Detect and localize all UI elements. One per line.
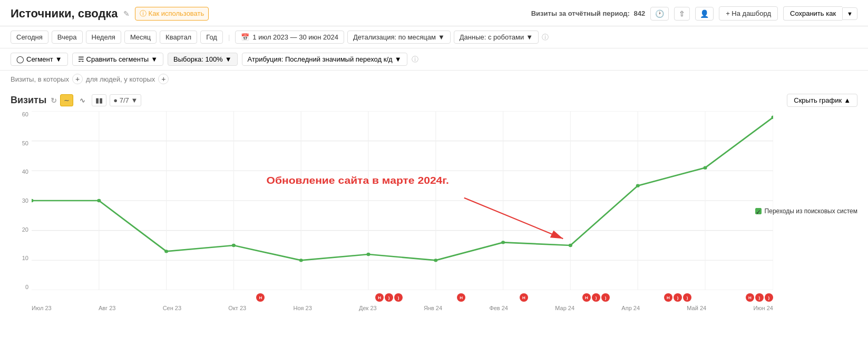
segment-icon: ◯ xyxy=(16,55,24,63)
marker-apr24: Н ) ) xyxy=(582,293,610,302)
period-yesterday[interactable]: Вчера xyxy=(52,31,83,44)
chevron-down-icon: ▼ xyxy=(438,33,445,41)
legend-label-search: Переходы из поисковых систем xyxy=(765,207,857,215)
marker-may24: Н ) ) xyxy=(664,293,691,302)
svg-point-22 xyxy=(299,259,303,262)
period-year[interactable]: Год xyxy=(200,31,223,44)
series-selector-button[interactable]: ● 7/7 ▼ xyxy=(110,94,141,106)
chart-svg-container: Обновление сайта в марте 2024г. xyxy=(32,111,773,290)
how-to-use-link[interactable]: ⓘ Как использовать xyxy=(135,7,209,21)
settings-icon-btn[interactable]: 👤 xyxy=(695,7,714,21)
add-people-condition-button[interactable]: + xyxy=(158,74,169,84)
chevron-down-icon3: ▼ xyxy=(55,55,62,63)
header-right: Визиты за отчётный период: 842 🕐 ⇧ 👤 + Н… xyxy=(531,6,857,21)
legend-checkbox-search[interactable]: ✓ xyxy=(755,208,762,214)
calendar-icon: 📅 xyxy=(241,33,249,41)
svg-point-19 xyxy=(97,199,101,202)
export-icon-btn[interactable]: ⇧ xyxy=(674,7,690,21)
visits-count-label: Визиты за отчётный период: 842 xyxy=(531,9,645,17)
period-quarter[interactable]: Квартал xyxy=(160,31,197,44)
period-toolbar: Сегодня Вчера Неделя Месяц Квартал Год |… xyxy=(0,26,868,48)
filter-bar: ◯ Сегмент ▼ ☴ Сравнить сегменты ▼ Выборк… xyxy=(0,48,868,71)
chart-controls-left: Визиты ↻ ∼ ∿ ▮▮ ● 7/7 ▼ xyxy=(11,94,141,106)
svg-line-32 xyxy=(464,198,563,239)
svg-point-21 xyxy=(232,244,236,247)
save-dropdown-button[interactable]: ▼ xyxy=(842,7,857,20)
svg-point-26 xyxy=(569,244,572,247)
save-as-button[interactable]: Сохранить как xyxy=(783,6,842,21)
marker-jun24: Н ) ) xyxy=(746,293,773,302)
segment-button[interactable]: ◯ Сегмент ▼ xyxy=(11,53,68,66)
dot-icon: ● xyxy=(113,96,118,104)
chart-section: Визиты ↻ ∼ ∿ ▮▮ ● 7/7 ▼ Скрыть график ▲ … xyxy=(0,87,868,311)
hide-chart-button[interactable]: Скрыть график ▲ xyxy=(787,94,857,107)
clock-icon-btn[interactable]: 🕐 xyxy=(650,7,669,21)
y-axis-labels: 60 50 40 30 20 10 0 xyxy=(11,111,32,290)
chevron-down-icon4: ▼ xyxy=(151,55,158,63)
svg-text:Обновление сайта в марте 2024г: Обновление сайта в марте 2024г. xyxy=(267,175,449,186)
add-visit-condition-button[interactable]: + xyxy=(72,74,83,84)
toolbar-separator: | xyxy=(228,33,230,41)
condition-bar: Визиты, в которых + для людей, у которых… xyxy=(0,71,868,87)
for-people-label: для людей, у которых xyxy=(86,75,155,83)
period-week[interactable]: Неделя xyxy=(86,31,121,44)
svg-point-18 xyxy=(32,199,34,202)
chevron-down-icon7: ▼ xyxy=(131,96,138,104)
header-left: Источники, сводка ✎ ⓘ Как использовать xyxy=(11,7,209,21)
period-today[interactable]: Сегодня xyxy=(11,31,48,44)
detail-dropdown[interactable]: Детализация: по месяцам ▼ xyxy=(347,31,451,44)
svg-point-24 xyxy=(434,259,437,262)
line-chart-svg: Обновление сайта в марте 2024г. xyxy=(32,111,773,290)
chart-legend: ✓ Переходы из поисковых систем xyxy=(755,207,857,215)
date-range-button[interactable]: 📅 1 июл 2023 — 30 июн 2024 xyxy=(235,31,344,44)
page-title: Источники, сводка xyxy=(11,7,118,21)
edit-icon[interactable]: ✎ xyxy=(123,9,130,18)
x-axis-labels: Июл 23 Авг 23 Сен 23 Окт 23 Ноя 23 Дек 2… xyxy=(32,305,773,311)
chevron-up-icon: ▲ xyxy=(844,96,851,104)
marker-jan24: Н ) ) xyxy=(375,293,403,302)
visits-in-label: Визиты, в которых xyxy=(11,75,69,83)
attribution-button[interactable]: Атрибуция: Последний значимый переход к/… xyxy=(242,53,407,66)
marker-mar24: Н xyxy=(520,293,528,302)
svg-point-20 xyxy=(164,250,168,253)
svg-point-25 xyxy=(501,241,505,244)
data-info-icon[interactable]: ⓘ xyxy=(542,33,549,42)
svg-point-27 xyxy=(636,184,640,187)
chevron-down-icon5: ▼ xyxy=(225,55,232,63)
marker-feb24: Н xyxy=(457,293,465,302)
page-header: Источники, сводка ✎ ⓘ Как использовать В… xyxy=(0,0,868,26)
month-markers: · · · · Н · Н ) ) Н Н xyxy=(32,293,773,302)
chevron-down-icon6: ▼ xyxy=(395,55,402,63)
smooth-chart-button[interactable]: ∿ xyxy=(76,95,89,106)
bar-chart-button[interactable]: ▮▮ xyxy=(92,94,106,106)
chart-header: Визиты ↻ ∼ ∿ ▮▮ ● 7/7 ▼ Скрыть график ▲ xyxy=(11,94,857,107)
compare-icon: ☴ xyxy=(78,55,84,63)
chevron-down-icon2: ▼ xyxy=(526,33,533,41)
refresh-icon[interactable]: ↻ xyxy=(51,96,57,105)
chart-area: 60 50 40 30 20 10 0 xyxy=(11,111,857,311)
line-chart-button[interactable]: ∼ xyxy=(60,94,73,106)
marker-nov23: Н xyxy=(256,293,265,302)
svg-point-23 xyxy=(366,253,370,256)
data-type-dropdown[interactable]: Данные: с роботами ▼ xyxy=(454,31,539,44)
save-button-group: Сохранить как ▼ xyxy=(783,6,857,21)
info-circle-icon: ⓘ xyxy=(140,9,147,18)
attribution-info-icon[interactable]: ⓘ xyxy=(412,55,418,64)
chart-title: Визиты ↻ xyxy=(11,95,57,106)
add-to-dashboard-button[interactable]: + На дашборд xyxy=(719,6,778,21)
compare-segments-button[interactable]: ☴ Сравнить сегменты ▼ xyxy=(72,53,164,66)
period-month[interactable]: Месяц xyxy=(124,31,157,44)
sample-button[interactable]: Выборка: 100% ▼ xyxy=(168,53,237,66)
svg-point-28 xyxy=(704,166,707,169)
